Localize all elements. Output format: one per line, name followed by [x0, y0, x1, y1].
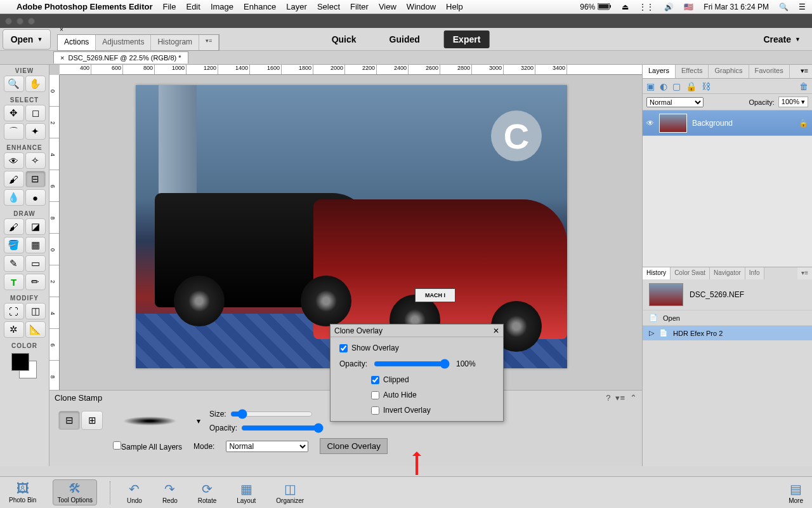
- menu-layer[interactable]: Layer: [286, 2, 307, 11]
- spot-heal-tool[interactable]: ✧: [25, 152, 46, 169]
- lock-icon[interactable]: 🔒: [686, 81, 697, 91]
- close-icon[interactable]: ×: [60, 54, 64, 62]
- show-overlay-checkbox[interactable]: Show Overlay: [339, 344, 494, 352]
- quick-select-tool[interactable]: ✦: [25, 123, 46, 140]
- bluetooth-icon[interactable]: ⋮⋮: [639, 3, 654, 11]
- open-button[interactable]: Open▼: [3, 29, 51, 50]
- fill-tool[interactable]: 🪣: [4, 237, 24, 253]
- eyedropper-tool[interactable]: ✎: [4, 255, 24, 272]
- sponge-tool[interactable]: ●: [25, 189, 46, 206]
- menu-icon[interactable]: ☰: [799, 3, 806, 11]
- volume-icon[interactable]: 🔊: [664, 3, 674, 11]
- photo-bin-button[interactable]: 🖼Photo Bin: [5, 480, 40, 505]
- pencil-tool[interactable]: ✏: [25, 274, 46, 290]
- tab-favorites[interactable]: Favorites: [749, 65, 790, 78]
- clone-overlay-button[interactable]: Clone Overlay: [320, 438, 387, 454]
- layer-row-background[interactable]: 👁 Background 🔒: [643, 110, 812, 136]
- doc-tab[interactable]: ×DSC_5269.NEF @ 22.5% (RGB/8) *: [53, 51, 188, 64]
- tab-effects[interactable]: Effects: [676, 65, 709, 78]
- tab-histogram[interactable]: Histogram: [151, 35, 199, 50]
- menu-file[interactable]: File: [163, 2, 176, 11]
- mode-quick[interactable]: Quick: [323, 30, 365, 48]
- eraser-tool[interactable]: ◪: [25, 218, 46, 235]
- close-icon[interactable]: ✕: [493, 326, 499, 335]
- mask-icon[interactable]: ▢: [672, 81, 681, 91]
- recompose-tool[interactable]: ◫: [25, 303, 46, 319]
- tab-history[interactable]: History: [643, 267, 671, 279]
- brush-tool[interactable]: 🖌: [4, 218, 24, 235]
- organizer-button[interactable]: ◫Organizer: [272, 480, 308, 505]
- tab-navigator[interactable]: Navigator: [710, 267, 745, 279]
- smart-brush-tool[interactable]: 🖌: [4, 171, 24, 187]
- lock-icon[interactable]: 🔒: [799, 119, 808, 128]
- mode-expert[interactable]: Expert: [444, 30, 490, 48]
- straighten-tool[interactable]: 📐: [25, 321, 46, 338]
- pattern-stamp-icon[interactable]: ⊞: [81, 411, 103, 430]
- chevron-down-icon[interactable]: ▾: [197, 417, 200, 425]
- tool-options-button[interactable]: 🛠Tool Options: [53, 479, 97, 505]
- more-button[interactable]: ▤More: [785, 480, 807, 505]
- gradient-tool[interactable]: ▦: [25, 237, 46, 253]
- menu-window[interactable]: Window: [407, 2, 436, 11]
- visibility-icon[interactable]: 👁: [646, 119, 654, 128]
- help-icon[interactable]: ?: [606, 393, 610, 403]
- history-item-hdr[interactable]: ▷📄HDR Efex Pro 2: [643, 325, 812, 340]
- tab-layers[interactable]: Layers: [643, 65, 676, 78]
- crop-tool[interactable]: ⛶: [4, 303, 24, 319]
- clipped-checkbox[interactable]: Clipped: [371, 375, 494, 384]
- undo-button[interactable]: ↶Undo: [123, 480, 146, 505]
- spotlight-icon[interactable]: 🔍: [779, 3, 789, 11]
- history-snapshot[interactable]: DSC_5269.NEF: [643, 279, 812, 310]
- rotate-button[interactable]: ⟳Rotate: [194, 480, 220, 505]
- menu-edit[interactable]: Edit: [186, 2, 200, 11]
- brush-preview[interactable]: [112, 413, 188, 429]
- sample-all-checkbox[interactable]: Sample All Layers: [113, 441, 182, 451]
- zoom-tool[interactable]: 🔍: [4, 76, 24, 92]
- size-slider[interactable]: [230, 409, 313, 419]
- menu-enhance[interactable]: Enhance: [244, 2, 276, 11]
- create-button[interactable]: Create▼: [756, 30, 808, 48]
- link-icon[interactable]: ⛓: [702, 81, 710, 91]
- panel-menu-icon[interactable]: ▾≡: [797, 65, 812, 78]
- menu-view[interactable]: View: [379, 2, 396, 11]
- tab-actions[interactable]: Actions: [58, 35, 96, 50]
- move-tool[interactable]: ✥: [4, 105, 24, 121]
- battery-status[interactable]: 96%: [580, 3, 612, 11]
- menu-icon[interactable]: ▾≡: [615, 393, 625, 403]
- opacity-value[interactable]: 100% ▾: [778, 97, 808, 107]
- overlay-opacity-slider[interactable]: [374, 359, 450, 369]
- lasso-tool[interactable]: ⌒: [4, 123, 24, 140]
- shape-tool[interactable]: ▭: [25, 255, 46, 272]
- layout-button[interactable]: ▦Layout: [233, 480, 259, 505]
- close-icon[interactable]: ×: [60, 26, 63, 33]
- blur-tool[interactable]: 💧: [4, 189, 24, 206]
- menu-help[interactable]: Help: [446, 2, 463, 11]
- redeye-tool[interactable]: 👁: [4, 152, 24, 169]
- blend-mode-select[interactable]: Normal: [646, 97, 704, 107]
- clone-stamp-tool[interactable]: ⊟: [25, 171, 46, 187]
- hand-tool[interactable]: ✋: [25, 76, 46, 92]
- menu-select[interactable]: Select: [317, 2, 340, 11]
- content-move-tool[interactable]: ✲: [4, 321, 24, 338]
- menu-image[interactable]: Image: [211, 2, 233, 11]
- mode-guided[interactable]: Guided: [381, 30, 429, 48]
- traffic-lights[interactable]: [5, 18, 35, 25]
- invert-checkbox[interactable]: Invert Overlay: [371, 406, 494, 415]
- clock[interactable]: Fri Mar 31 6:24 PM: [704, 3, 769, 11]
- tab-info[interactable]: Info: [745, 267, 764, 279]
- flag-icon[interactable]: 🇺🇸: [684, 3, 693, 11]
- mode-select[interactable]: Normal: [226, 441, 308, 452]
- eject-icon[interactable]: ⏏: [622, 3, 629, 11]
- history-item-open[interactable]: 📄Open: [643, 310, 812, 325]
- redo-button[interactable]: ↷Redo: [159, 480, 181, 505]
- opacity-slider[interactable]: [241, 423, 324, 433]
- color-swatches[interactable]: [9, 353, 41, 378]
- marquee-tool[interactable]: ◻: [25, 105, 46, 121]
- tab-swatches[interactable]: Color Swat: [671, 267, 710, 279]
- adjustment-layer-icon[interactable]: ◐: [660, 81, 667, 91]
- panel-menu-icon[interactable]: ▾≡: [797, 267, 812, 279]
- menu-filter[interactable]: Filter: [350, 2, 369, 11]
- clone-stamp-icon[interactable]: ⊟: [58, 411, 80, 430]
- new-layer-icon[interactable]: ▣: [646, 81, 655, 91]
- dialog-titlebar[interactable]: Clone Overlay✕: [331, 324, 503, 337]
